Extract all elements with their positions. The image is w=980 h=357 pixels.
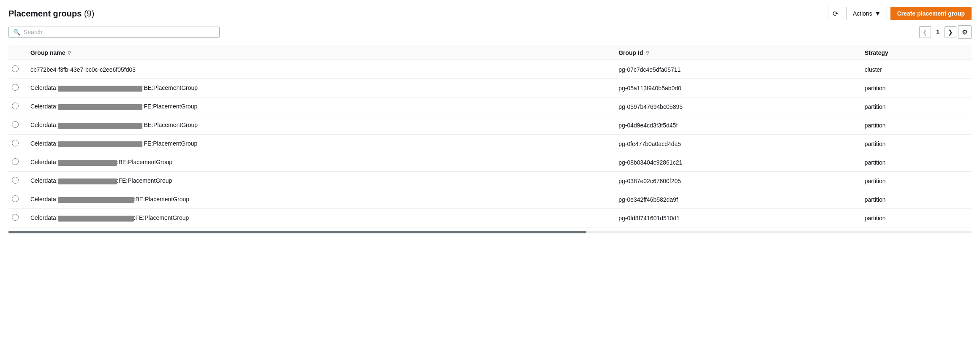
- row-radio[interactable]: [12, 140, 19, 146]
- row-checkbox-cell: [8, 190, 25, 209]
- row-strategy: partition: [860, 79, 972, 97]
- row-strategy: partition: [860, 209, 972, 227]
- row-checkbox-cell: [8, 172, 25, 190]
- row-group-id: pg-04d9e4cd3f3f5d45f: [613, 116, 860, 135]
- title-count: (9): [84, 9, 94, 18]
- row-radio[interactable]: [12, 65, 19, 72]
- row-group-id: pg-05a113f940b5ab0d0: [613, 79, 860, 97]
- group-name-redacted: [58, 104, 142, 110]
- table-header-row: Group name ▽ Group Id ▽ Strategy: [8, 46, 972, 60]
- row-strategy: partition: [860, 97, 972, 116]
- group-name-prefix: Celerdata:: [30, 122, 58, 128]
- row-group-name: cb772be4-f3fb-43e7-bc0c-c2ee6f05fd03: [25, 60, 613, 79]
- group-name-redacted: [58, 141, 142, 147]
- pagination-current-page: 1: [933, 29, 943, 35]
- group-name-suffix: :FE:PlacementGroup: [142, 103, 198, 110]
- row-radio[interactable]: [12, 103, 19, 109]
- header-actions: ⟳ Actions ▼ Create placement group: [828, 7, 972, 20]
- create-placement-group-button[interactable]: Create placement group: [890, 7, 972, 20]
- col-header-group-name: Group name ▽: [25, 46, 613, 60]
- row-group-id: pg-0fd8f741601d510d1: [613, 209, 860, 227]
- group-name-prefix: Celerdata:: [30, 214, 58, 221]
- group-name-suffix: :BE:PlacementGroup: [117, 159, 173, 165]
- group-name-redacted: [58, 160, 117, 166]
- row-radio[interactable]: [12, 84, 19, 91]
- row-strategy: partition: [860, 153, 972, 172]
- page-container: Placement groups (9) ⟳ Actions ▼ Create …: [0, 0, 980, 357]
- group-name-suffix: :BE:PlacementGroup: [142, 122, 198, 128]
- row-strategy: partition: [860, 135, 972, 153]
- scrollbar-thumb: [8, 231, 586, 233]
- title-text: Placement groups: [8, 9, 82, 18]
- sort-icon-group-id[interactable]: ▽: [646, 51, 649, 55]
- table-row: Celerdata::FE:PlacementGrouppg-0fe477b0a…: [8, 135, 972, 153]
- col-header-group-name-label: Group name: [30, 49, 65, 56]
- group-name-redacted: [58, 123, 142, 129]
- row-radio[interactable]: [12, 158, 19, 165]
- actions-label: Actions: [853, 10, 872, 17]
- create-button-label: Create placement group: [897, 10, 965, 17]
- table-row: Celerdata::FE:PlacementGrouppg-0387e02c6…: [8, 172, 972, 190]
- group-name-prefix: Celerdata:: [30, 177, 58, 184]
- search-icon: 🔍: [13, 29, 20, 35]
- row-strategy: partition: [860, 116, 972, 135]
- row-radio[interactable]: [12, 177, 19, 184]
- pagination-controls: ❮ 1 ❯ ⚙: [919, 25, 972, 39]
- group-name-suffix: :BE:PlacementGroup: [142, 84, 198, 91]
- gear-icon: ⚙: [962, 28, 968, 36]
- settings-button[interactable]: ⚙: [958, 25, 972, 39]
- chevron-left-icon: ❮: [923, 29, 928, 35]
- table-row: cb772be4-f3fb-43e7-bc0c-c2ee6f05fd03pg-0…: [8, 60, 972, 79]
- row-group-id: pg-0fe477b0a0acd4da5: [613, 135, 860, 153]
- group-name-redacted: [58, 216, 134, 222]
- row-checkbox-cell: [8, 79, 25, 97]
- row-radio[interactable]: [12, 195, 19, 202]
- actions-button[interactable]: Actions ▼: [847, 7, 887, 20]
- row-group-id: pg-0387e02c67600f205: [613, 172, 860, 190]
- group-name-suffix: :FE:PlacementGroup: [134, 214, 189, 221]
- row-checkbox-cell: [8, 97, 25, 116]
- table-row: Celerdata::BE:PlacementGrouppg-05a113f94…: [8, 79, 972, 97]
- horizontal-scrollbar[interactable]: [8, 231, 972, 233]
- search-row: 🔍 ❮ 1 ❯ ⚙: [8, 25, 972, 39]
- row-strategy: partition: [860, 190, 972, 209]
- row-strategy: cluster: [860, 60, 972, 79]
- row-group-id: pg-0597b47694bc05895: [613, 97, 860, 116]
- chevron-down-icon: ▼: [875, 10, 881, 17]
- table-row: Celerdata::BE:PlacementGrouppg-0e342ff46…: [8, 190, 972, 209]
- row-group-name: Celerdata::BE:PlacementGroup: [25, 190, 613, 209]
- group-name-prefix: Celerdata:: [30, 159, 58, 165]
- group-name-redacted: [58, 178, 117, 184]
- row-radio[interactable]: [12, 214, 19, 221]
- table-row: Celerdata::FE:PlacementGrouppg-0597b4769…: [8, 97, 972, 116]
- row-group-name: Celerdata::FE:PlacementGroup: [25, 97, 613, 116]
- table-row: Celerdata::FE:PlacementGrouppg-0fd8f7416…: [8, 209, 972, 227]
- row-group-name: Celerdata::BE:PlacementGroup: [25, 116, 613, 135]
- placement-groups-table: Group name ▽ Group Id ▽ Strategy: [8, 46, 972, 227]
- row-group-name: Celerdata::FE:PlacementGroup: [25, 172, 613, 190]
- refresh-button[interactable]: ⟳: [828, 7, 843, 20]
- chevron-right-icon: ❯: [948, 29, 953, 35]
- col-header-strategy: Strategy: [860, 46, 972, 60]
- row-checkbox-cell: [8, 135, 25, 153]
- search-input[interactable]: [24, 29, 215, 35]
- table-body: cb772be4-f3fb-43e7-bc0c-c2ee6f05fd03pg-0…: [8, 60, 972, 227]
- row-group-name: Celerdata::FE:PlacementGroup: [25, 135, 613, 153]
- row-group-name: Celerdata::BE:PlacementGroup: [25, 79, 613, 97]
- table-container: Group name ▽ Group Id ▽ Strategy: [8, 46, 972, 233]
- header-row: Placement groups (9) ⟳ Actions ▼ Create …: [8, 7, 972, 20]
- row-radio[interactable]: [12, 121, 19, 128]
- group-name-prefix: Celerdata:: [30, 84, 58, 91]
- page-title: Placement groups (9): [8, 9, 94, 19]
- pagination-next-button[interactable]: ❯: [945, 26, 956, 38]
- group-name-redacted: [58, 197, 134, 203]
- row-strategy: partition: [860, 172, 972, 190]
- col-header-group-id: Group Id ▽: [613, 46, 860, 60]
- row-group-name: Celerdata::FE:PlacementGroup: [25, 209, 613, 227]
- row-checkbox-cell: [8, 116, 25, 135]
- row-group-id: pg-07c7dc4e5dfa05711: [613, 60, 860, 79]
- pagination-prev-button[interactable]: ❮: [919, 26, 931, 38]
- sort-icon-group-name[interactable]: ▽: [68, 51, 71, 55]
- group-name-prefix: Celerdata:: [30, 196, 58, 203]
- row-checkbox-cell: [8, 153, 25, 172]
